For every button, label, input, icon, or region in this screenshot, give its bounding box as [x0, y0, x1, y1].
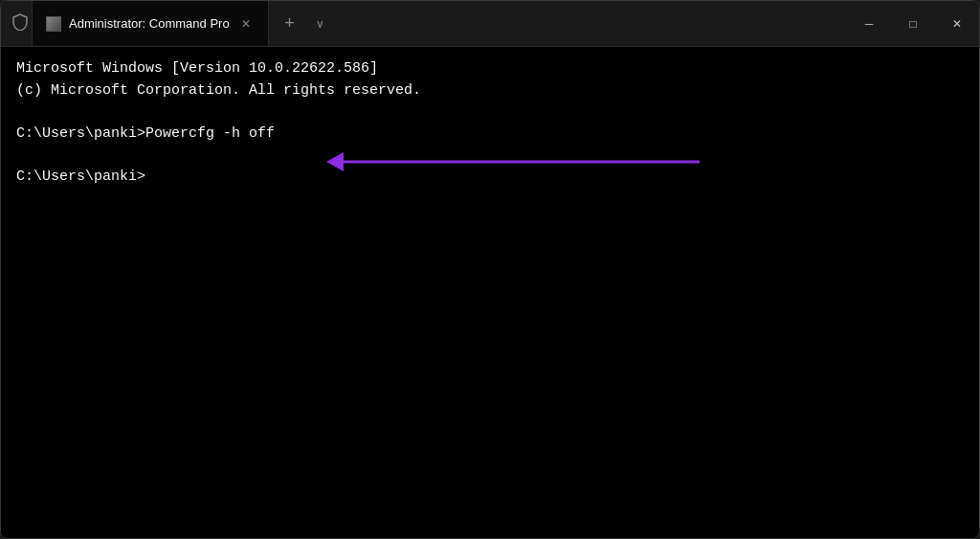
- titlebar: Administrator: Command Pro ✕ + ∨ ─ □ ✕: [1, 1, 979, 47]
- terminal-line-6: C:\Users\panki>: [16, 167, 964, 189]
- close-button[interactable]: ✕: [935, 1, 979, 46]
- terminal-line-5: [16, 145, 964, 167]
- terminal-line-1: Microsoft Windows [Version 10.0.22622.58…: [16, 58, 964, 80]
- tab-close-button[interactable]: ✕: [237, 15, 255, 33]
- minimize-button[interactable]: ─: [847, 1, 891, 46]
- active-tab[interactable]: Administrator: Command Pro ✕: [32, 1, 269, 46]
- terminal-output[interactable]: Microsoft Windows [Version 10.0.22622.58…: [1, 47, 979, 538]
- tab-title: Administrator: Command Pro: [69, 16, 230, 31]
- window-controls: ─ □ ✕: [847, 1, 979, 46]
- maximize-button[interactable]: □: [891, 1, 935, 46]
- shield-icon: [12, 13, 28, 34]
- cmd-icon: [47, 17, 60, 31]
- titlebar-left: Administrator: Command Pro ✕ + ∨: [1, 1, 847, 46]
- new-tab-button[interactable]: +: [273, 7, 307, 41]
- terminal-line-2: (c) Microsoft Corporation. All rights re…: [16, 80, 964, 102]
- terminal-line-3: [16, 101, 964, 124]
- terminal-line-4: C:\Users\panki>Powercfg -h off: [16, 124, 964, 146]
- tab-icon: [46, 16, 61, 32]
- tab-dropdown-button[interactable]: ∨: [307, 11, 334, 37]
- main-window: Administrator: Command Pro ✕ + ∨ ─ □ ✕ M…: [0, 0, 980, 539]
